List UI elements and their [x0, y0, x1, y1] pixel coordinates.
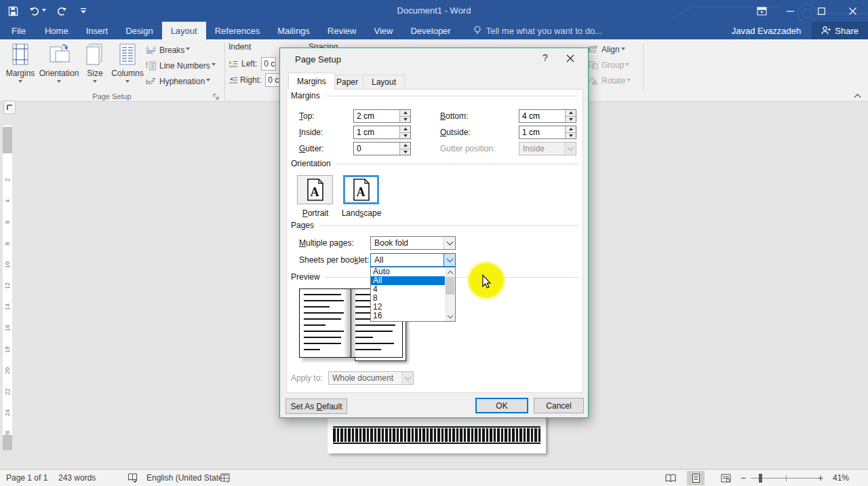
inside-margin-spinner[interactable]: [399, 126, 410, 138]
sheets-per-booklet-label: Sheets per booklet:: [299, 255, 369, 265]
user-name[interactable]: Javad Evazzadeh: [732, 26, 802, 36]
web-layout-button[interactable]: [717, 471, 734, 485]
booklet-option-8[interactable]: 8: [371, 294, 445, 303]
multiple-pages-arrow-icon[interactable]: [443, 237, 455, 249]
hyphenation-button[interactable]: bca Hyphenation: [146, 75, 210, 87]
cancel-button[interactable]: Cancel: [534, 398, 584, 413]
close-button[interactable]: [837, 0, 868, 22]
ribbon-tab-mailings[interactable]: Mailings: [269, 22, 319, 39]
columns-button[interactable]: Columns: [111, 41, 144, 90]
share-button[interactable]: Share: [812, 22, 868, 39]
scrollbar-thumb[interactable]: [446, 277, 454, 295]
booklet-option-all[interactable]: All: [371, 276, 445, 285]
proofing-status-icon[interactable]: [127, 472, 138, 485]
ribbon-tab-developer[interactable]: Developer: [401, 22, 459, 39]
booklet-option-4[interactable]: 4: [371, 285, 445, 294]
page-setup-dialog-launcher[interactable]: [212, 92, 221, 102]
rotate-button[interactable]: Rotate: [589, 75, 631, 86]
scroll-down-icon[interactable]: [445, 312, 455, 321]
sheets-per-booklet-combobox[interactable]: All: [370, 253, 456, 267]
ruler-number: 22: [4, 388, 11, 396]
set-as-default-button[interactable]: Set As Default: [285, 398, 347, 414]
line-numbers-icon: 12: [146, 61, 156, 71]
read-mode-button[interactable]: [662, 471, 679, 485]
line-numbers-button[interactable]: 12 Line Numbers: [146, 60, 216, 71]
svg-text:a: a: [152, 79, 155, 83]
dialog-tab-margins[interactable]: Margins: [288, 73, 335, 90]
ribbon-tab-design[interactable]: Design: [117, 22, 161, 39]
ruler-bottom-margin[interactable]: [3, 435, 12, 450]
bottom-margin-label: Bottom:: [440, 111, 468, 121]
zoom-out-button[interactable]: −: [741, 472, 746, 483]
zoom-level[interactable]: 41%: [833, 473, 849, 483]
section-rule: [326, 96, 578, 96]
page-count[interactable]: Page 1 of 1: [6, 473, 47, 483]
orientation-icon: [47, 41, 71, 66]
multiple-pages-combobox[interactable]: Book fold: [370, 236, 456, 250]
ribbon-tab-view[interactable]: View: [365, 22, 401, 39]
booklet-option-16[interactable]: 16: [371, 312, 445, 320]
ribbon-tab-review[interactable]: Review: [319, 22, 366, 39]
outside-margin-value[interactable]: [519, 126, 565, 138]
zoom-slider-thumb[interactable]: [759, 474, 762, 483]
ribbon-tab-layout[interactable]: Layout: [162, 22, 206, 39]
outside-margin-spinner[interactable]: [565, 126, 576, 138]
top-margin-spinner[interactable]: [399, 110, 410, 122]
dialog-close-button[interactable]: [557, 50, 584, 67]
section-rule: [319, 225, 578, 226]
bottom-margin-value[interactable]: [519, 110, 565, 122]
dialog-tab-layout[interactable]: Layout: [363, 75, 405, 90]
page-setup-group-label: Page Setup: [41, 92, 183, 100]
margins-button[interactable]: Margins: [4, 41, 37, 90]
ok-button[interactable]: OK: [475, 398, 528, 413]
gutter-value[interactable]: [354, 143, 399, 155]
rotate-icon: [589, 77, 598, 85]
word-count[interactable]: 243 words: [58, 473, 96, 483]
ribbon-display-options-icon[interactable]: [749, 0, 774, 22]
vertical-ruler[interactable]: 2468101214161820222426: [3, 126, 12, 450]
ruler-top-margin[interactable]: [3, 127, 12, 153]
ribbon-tab-file[interactable]: File: [1, 22, 36, 39]
landscape-label: Landscape: [338, 208, 385, 218]
inside-margin-value[interactable]: [354, 126, 399, 138]
portrait-option[interactable]: A: [297, 175, 333, 204]
collapse-ribbon-icon[interactable]: [854, 91, 861, 100]
orientation-button[interactable]: Orientation: [39, 41, 79, 90]
breaks-button[interactable]: Breaks: [146, 44, 190, 56]
booklet-option-auto[interactable]: Auto: [371, 267, 445, 276]
booklet-option-12[interactable]: 12: [371, 303, 445, 312]
bottom-margin-spinner[interactable]: [565, 110, 576, 122]
hyphenation-caret-icon: [206, 79, 210, 83]
align-caret-icon: [621, 48, 625, 52]
print-layout-button[interactable]: [687, 471, 705, 485]
person-icon: [821, 26, 831, 35]
document-page[interactable]: [328, 414, 546, 453]
top-margin-value[interactable]: [354, 110, 399, 122]
ribbon-tab-home[interactable]: Home: [36, 22, 77, 39]
maximize-button[interactable]: [806, 0, 837, 22]
dropdown-scrollbar[interactable]: [445, 267, 455, 321]
macro-recording-icon[interactable]: [220, 472, 230, 485]
zoom-in-button[interactable]: +: [818, 472, 823, 483]
minimize-button[interactable]: [774, 0, 806, 22]
apply-to-arrow-icon: [401, 372, 413, 384]
ribbon-tab-references[interactable]: References: [206, 22, 269, 39]
landscape-option[interactable]: A: [343, 175, 379, 204]
sheets-per-booklet-arrow-icon[interactable]: [443, 254, 455, 266]
size-button[interactable]: Size: [81, 41, 108, 90]
indent-left-value[interactable]: 0 cm: [261, 57, 276, 71]
indent-right-value[interactable]: 0 cm: [265, 73, 280, 87]
ruler-number: 10: [4, 261, 11, 269]
align-button[interactable]: Align: [589, 44, 625, 55]
dialog-help-button[interactable]: ?: [538, 52, 553, 66]
gutter-position-combobox[interactable]: Inside: [519, 142, 576, 155]
scroll-up-icon[interactable]: [445, 267, 455, 277]
tab-stop-selector[interactable]: [3, 100, 16, 114]
gutter-spinner[interactable]: [399, 143, 410, 155]
language-status[interactable]: English (United States): [146, 473, 230, 483]
ribbon-tab-insert[interactable]: Insert: [77, 22, 117, 39]
tell-me-box[interactable]: Tell me what you want to do...: [473, 22, 602, 39]
ribbon-tab-bar: File HomeInsertDesignLayoutReferencesMai…: [0, 22, 868, 39]
group-button[interactable]: Group: [589, 60, 629, 71]
apply-to-combobox[interactable]: Whole document: [328, 371, 414, 385]
